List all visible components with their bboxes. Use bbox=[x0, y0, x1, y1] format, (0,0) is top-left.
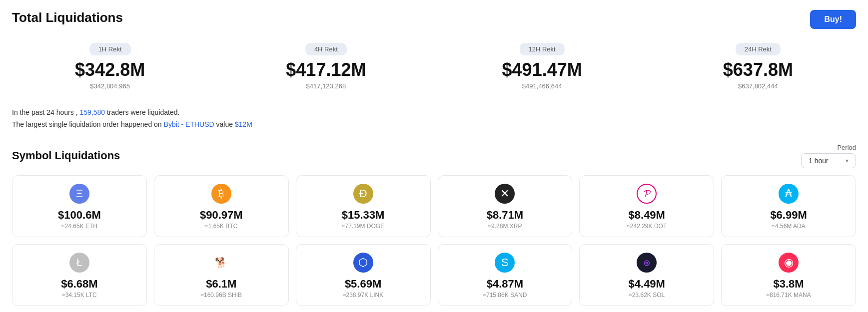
rekt-badge: 1H Rekt bbox=[89, 43, 131, 55]
symbol-amount: $90.97M bbox=[200, 209, 243, 222]
symbol-card: ₳ $6.99M ≈4.56M ADA bbox=[721, 175, 856, 237]
coin-icon: 🐕 bbox=[211, 253, 231, 273]
rekt-card: 4H Rekt $417.12M $417,123,268 bbox=[228, 38, 424, 96]
rekt-amount: $342.8M bbox=[75, 59, 145, 80]
rekt-amount: $417.12M bbox=[286, 59, 366, 80]
symbol-amount: $4.87M bbox=[487, 278, 523, 291]
symbol-card: 𝓟 $8.49M ≈242.29K DOT bbox=[579, 175, 714, 237]
coin-icon: ₳ bbox=[779, 184, 799, 204]
rekt-exact: $491,466,644 bbox=[522, 82, 562, 90]
rekt-exact: $342,804,965 bbox=[90, 82, 130, 90]
rekt-exact: $417,123,268 bbox=[306, 82, 346, 90]
symbol-sub: ≈242.29K DOT bbox=[627, 223, 667, 230]
symbol-card: ◎ $4.49M ≈23.62K SOL bbox=[579, 244, 714, 306]
info-line2-prefix: The largest single liquidation order hap… bbox=[12, 120, 164, 128]
coin-icon: Ð bbox=[353, 184, 373, 204]
symbol-sub: ≈160.96B SHIB bbox=[200, 292, 242, 299]
info-value: $12M bbox=[235, 120, 252, 128]
symbol-card: ◉ $3.8M ≈816.71K MANA bbox=[721, 244, 856, 306]
symbol-amount: $3.8M bbox=[774, 278, 804, 291]
symbol-sub: ≈34.15K LTC bbox=[62, 292, 97, 299]
symbol-card: ₿ $90.97M ≈1.65K BTC bbox=[154, 175, 289, 237]
coin-icon: S bbox=[495, 253, 515, 273]
rekt-cards-container: 1H Rekt $342.8M $342,804,965 4H Rekt $41… bbox=[12, 38, 856, 96]
info-line1-suffix: traders were liquidated. bbox=[105, 108, 179, 116]
symbol-grid: Ξ $100.6M ≈24.65K ETH ₿ $90.97M ≈1.65K B… bbox=[12, 175, 856, 306]
buy-button[interactable]: Buy! bbox=[810, 10, 856, 29]
symbol-card: 🐕 $6.1M ≈160.96B SHIB bbox=[154, 244, 289, 306]
info-section: In the past 24 hours , 159,580 traders w… bbox=[12, 107, 856, 131]
info-traders-count: 159,580 bbox=[79, 108, 105, 116]
symbol-amount: $15.33M bbox=[342, 209, 385, 222]
info-line2-suffix: value bbox=[214, 120, 235, 128]
symbol-amount: $4.49M bbox=[629, 278, 665, 291]
rekt-card: 24H Rekt $637.8M $637,802,444 bbox=[660, 38, 856, 96]
symbol-amount: $5.69M bbox=[345, 278, 381, 291]
symbol-card: S $4.87M ≈715.86K SAND bbox=[438, 244, 573, 306]
symbol-card: Ł $6.68M ≈34.15K LTC bbox=[12, 244, 147, 306]
symbol-amount: $8.49M bbox=[629, 209, 665, 222]
symbol-card: ⬡ $5.69M ≈238.97K LINK bbox=[296, 244, 431, 306]
symbol-liquidations-title: Symbol Liquidations bbox=[12, 149, 120, 162]
rekt-exact: $637,802,444 bbox=[738, 82, 778, 90]
rekt-card: 1H Rekt $342.8M $342,804,965 bbox=[12, 38, 208, 96]
coin-icon: ✕ bbox=[495, 184, 515, 204]
symbol-sub: ≈1.65K BTC bbox=[205, 223, 237, 230]
coin-icon: Ł bbox=[69, 253, 89, 273]
symbol-amount: $6.1M bbox=[206, 278, 236, 291]
rekt-badge: 24H Rekt bbox=[736, 43, 781, 55]
symbol-sub: ≈4.56M ADA bbox=[772, 223, 805, 230]
symbol-sub: ≈9.28M XRP bbox=[488, 223, 522, 230]
rekt-badge: 4H Rekt bbox=[305, 43, 347, 55]
coin-icon: ₿ bbox=[211, 184, 231, 204]
symbol-amount: $6.99M bbox=[770, 209, 807, 222]
coin-icon: 𝓟 bbox=[637, 184, 657, 204]
symbol-amount: $8.71M bbox=[487, 209, 523, 222]
symbol-sub: ≈238.97K LINK bbox=[343, 292, 383, 299]
symbol-card: ✕ $8.71M ≈9.28M XRP bbox=[438, 175, 573, 237]
period-select[interactable]: 1 hour ▾ bbox=[801, 153, 856, 168]
coin-icon: Ξ bbox=[69, 184, 89, 204]
rekt-amount: $637.8M bbox=[723, 59, 793, 80]
symbol-sub: ≈715.86K SAND bbox=[483, 292, 527, 299]
symbol-card: Ð $15.33M ≈77.19M DOGE bbox=[296, 175, 431, 237]
info-exchange-link[interactable]: Bybit - ETHUSD bbox=[164, 120, 214, 128]
coin-icon: ⬡ bbox=[353, 253, 373, 273]
symbol-amount: $100.6M bbox=[58, 209, 101, 222]
symbol-sub: ≈23.62K SOL bbox=[629, 292, 665, 299]
symbol-sub: ≈24.65K ETH bbox=[61, 223, 97, 230]
coin-icon: ◎ bbox=[637, 253, 657, 273]
symbol-amount: $6.68M bbox=[61, 278, 97, 291]
symbol-card: Ξ $100.6M ≈24.65K ETH bbox=[12, 175, 147, 237]
rekt-amount: $491.47M bbox=[502, 59, 582, 80]
period-value: 1 hour bbox=[809, 157, 829, 165]
symbol-sub: ≈77.19M DOGE bbox=[342, 223, 384, 230]
period-wrapper: Period 1 hour ▾ bbox=[801, 144, 856, 168]
page-title: Total Liquidations bbox=[12, 10, 123, 25]
coin-icon: ◉ bbox=[779, 253, 799, 273]
chevron-down-icon: ▾ bbox=[846, 157, 849, 164]
info-line1-prefix: In the past 24 hours , bbox=[12, 108, 79, 116]
rekt-card: 12H Rekt $491.47M $491,466,644 bbox=[444, 38, 640, 96]
rekt-badge: 12H Rekt bbox=[520, 43, 565, 55]
period-label: Period bbox=[837, 144, 856, 151]
symbol-sub: ≈816.71K MANA bbox=[766, 292, 811, 299]
